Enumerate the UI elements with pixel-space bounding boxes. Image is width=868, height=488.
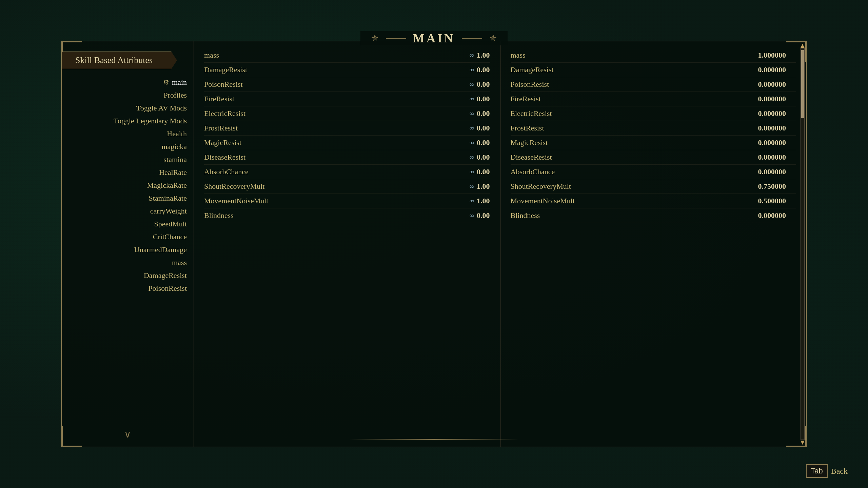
left-data-row[interactable]: DiseaseResist ∞ 0.00: [204, 150, 490, 165]
sidebar-item-speedmult[interactable]: SpeedMult: [62, 218, 194, 230]
left-data-column: mass ∞ 1.00 DamageResist ∞ 0.00 PoisonRe…: [194, 41, 500, 447]
sidebar-item-stamina[interactable]: stamina: [62, 153, 194, 166]
left-row-label: ElectricResist: [204, 109, 245, 118]
left-data-row[interactable]: ElectricResist ∞ 0.00: [204, 106, 490, 121]
right-data-row[interactable]: Blindness 0.000000: [511, 208, 796, 223]
right-data-row[interactable]: ShoutRecoveryMult 0.750000: [511, 179, 796, 194]
sidebar-item-unarmed-damage[interactable]: UnarmedDamage: [62, 243, 194, 256]
infinity-icon: ∞: [470, 52, 474, 59]
sidebar-item-critchance[interactable]: CritChance: [62, 230, 194, 243]
main-content: mass ∞ 1.00 DamageResist ∞ 0.00 PoisonRe…: [194, 41, 806, 447]
right-data-row[interactable]: DiseaseResist 0.000000: [511, 150, 796, 165]
left-row-value: ∞ 0.00: [470, 153, 490, 162]
right-data-row[interactable]: FireResist 0.000000: [511, 92, 796, 106]
scrollbar-arrow-down[interactable]: ▼: [799, 439, 806, 446]
right-data-row[interactable]: FrostResist 0.000000: [511, 121, 796, 136]
settings-icon: ⚙: [163, 78, 169, 86]
right-row-value: 0.000000: [758, 80, 786, 89]
right-row-label: AbsorbChance: [511, 167, 555, 176]
sidebar-item-profiles[interactable]: Profiles: [62, 89, 194, 102]
infinity-icon: ∞: [470, 198, 474, 205]
right-data-row[interactable]: mass 1.000000: [511, 48, 796, 63]
sidebar-item-poison-resist[interactable]: PoisonResist: [62, 282, 194, 295]
scroll-down-indicator[interactable]: ∨: [124, 429, 131, 440]
right-data-row[interactable]: MovementNoiseMult 0.500000: [511, 194, 796, 208]
left-row-value: ∞ 1.00: [470, 51, 490, 60]
right-row-value: 0.750000: [758, 182, 786, 191]
left-data-row[interactable]: MagicResist ∞ 0.00: [204, 136, 490, 150]
tab-back-control: Tab Back: [806, 464, 848, 478]
sidebar-item-toggle-av-mods[interactable]: Toggle AV Mods: [62, 102, 194, 115]
sidebar-item-main[interactable]: ⚙ main: [62, 76, 194, 89]
left-row-value: ∞ 0.00: [470, 65, 490, 74]
infinity-icon: ∞: [470, 154, 474, 161]
tab-key[interactable]: Tab: [806, 464, 827, 478]
back-label: Back: [831, 467, 848, 476]
header-title: MAIN: [413, 31, 455, 45]
right-row-value: 0.000000: [758, 109, 786, 118]
sidebar-item-magickarate[interactable]: MagickaRate: [62, 179, 194, 192]
scrollbar-arrow-up[interactable]: ▲: [799, 42, 806, 49]
right-data-row[interactable]: ElectricResist 0.000000: [511, 106, 796, 121]
left-row-label: FireResist: [204, 95, 234, 103]
sidebar-item-health[interactable]: Health: [62, 127, 194, 140]
left-data-row[interactable]: ShoutRecoveryMult ∞ 1.00: [204, 179, 490, 194]
infinity-icon: ∞: [470, 139, 474, 146]
right-row-value: 0.000000: [758, 124, 786, 133]
bottom-bar-line: [349, 439, 519, 440]
right-data-row[interactable]: MagicResist 0.000000: [511, 136, 796, 150]
right-data-row[interactable]: AbsorbChance 0.000000: [511, 165, 796, 179]
scrollbar-thumb[interactable]: [801, 50, 804, 118]
infinity-icon: ∞: [470, 168, 474, 176]
left-row-label: mass: [204, 51, 219, 60]
header-knot-right: ⚜: [489, 33, 497, 44]
left-row-value: ∞ 0.00: [470, 109, 490, 118]
left-row-label: DamageResist: [204, 65, 247, 74]
scrollbar[interactable]: ▲ ▼: [801, 48, 805, 440]
left-row-value: ∞ 0.00: [470, 80, 490, 89]
right-data-row[interactable]: DamageResist 0.000000: [511, 63, 796, 77]
right-row-value: 0.500000: [758, 197, 786, 205]
sidebar: Skill Based Attributes ⚙ main Profiles T…: [62, 41, 194, 447]
main-container: ⚜ MAIN ⚜ Skill Based Attributes ⚙ main P…: [61, 41, 807, 447]
left-row-label: MagicResist: [204, 138, 241, 147]
sidebar-item-toggle-legendary-mods[interactable]: Toggle Legendary Mods: [62, 115, 194, 127]
infinity-icon: ∞: [470, 96, 474, 103]
infinity-icon: ∞: [470, 125, 474, 132]
left-data-row[interactable]: FrostResist ∞ 0.00: [204, 121, 490, 136]
right-row-label: DiseaseResist: [511, 153, 552, 162]
left-data-row[interactable]: DamageResist ∞ 0.00: [204, 63, 490, 77]
left-data-row[interactable]: mass ∞ 1.00: [204, 48, 490, 63]
right-row-value: 0.000000: [758, 138, 786, 147]
left-row-label: ShoutRecoveryMult: [204, 182, 264, 191]
right-data-row[interactable]: PoisonResist 0.000000: [511, 77, 796, 92]
sidebar-item-healrate[interactable]: HealRate: [62, 166, 194, 179]
left-row-label: PoisonResist: [204, 80, 243, 89]
sidebar-item-carryweight[interactable]: carryWeight: [62, 205, 194, 218]
infinity-icon: ∞: [470, 212, 474, 219]
left-row-value: ∞ 1.00: [470, 182, 490, 191]
left-data-row[interactable]: MovementNoiseMult ∞ 1.00: [204, 194, 490, 208]
sidebar-item-magicka[interactable]: magicka: [62, 140, 194, 153]
right-row-value: 0.000000: [758, 65, 786, 74]
infinity-icon: ∞: [470, 66, 474, 74]
right-row-label: MagicResist: [511, 138, 548, 147]
right-row-value: 0.000000: [758, 95, 786, 103]
left-data-row[interactable]: AbsorbChance ∞ 0.00: [204, 165, 490, 179]
left-data-row[interactable]: PoisonResist ∞ 0.00: [204, 77, 490, 92]
left-data-row[interactable]: FireResist ∞ 0.00: [204, 92, 490, 106]
sidebar-item-mass[interactable]: mass: [62, 256, 194, 269]
left-data-row[interactable]: Blindness ∞ 0.00: [204, 208, 490, 223]
left-row-value: ∞ 1.00: [470, 197, 490, 205]
header-divider-left: [386, 38, 406, 39]
infinity-icon: ∞: [470, 183, 474, 190]
left-row-label: AbsorbChance: [204, 167, 249, 176]
sidebar-item-damage-resist[interactable]: DamageResist: [62, 269, 194, 282]
right-row-value: 0.000000: [758, 167, 786, 176]
left-row-value: ∞ 0.00: [470, 211, 490, 220]
right-row-label: ElectricResist: [511, 109, 552, 118]
left-row-value: ∞ 0.00: [470, 124, 490, 133]
sidebar-item-staminarate[interactable]: StaminaRate: [62, 192, 194, 205]
right-data-column: mass 1.000000 DamageResist 0.000000 Pois…: [500, 41, 807, 447]
skill-based-header[interactable]: Skill Based Attributes: [62, 52, 177, 69]
